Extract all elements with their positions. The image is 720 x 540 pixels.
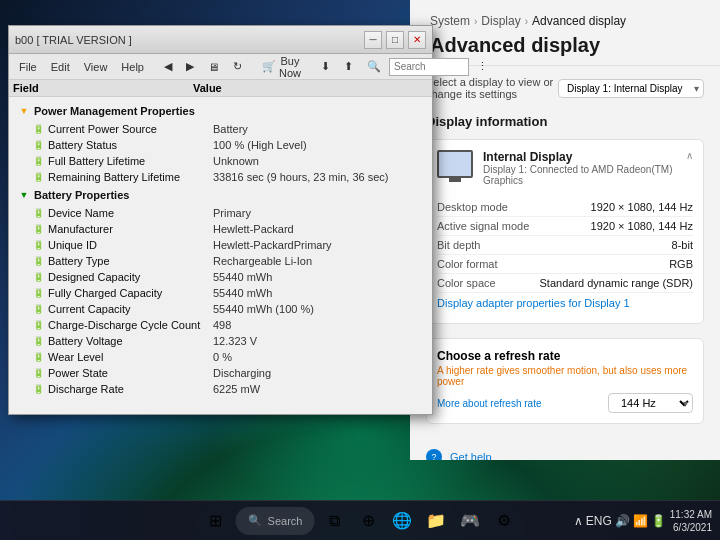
get-help-item[interactable]: ? Get help [426,444,704,460]
refresh-rate-selector[interactable]: 144 Hz 120 Hz 60 Hz [608,393,693,413]
chevron-icon[interactable]: ∧ [574,514,583,528]
refresh-dropdown-wrap: 144 Hz 120 Hz 60 Hz [608,393,693,413]
label-desktop-mode: Desktop mode [437,201,508,213]
view-menu[interactable]: View [78,59,114,75]
power-section-icon: ▼ [17,104,31,118]
breadcrumb-display[interactable]: Display [481,14,520,28]
row-unique-id[interactable]: 🔋 Unique ID Hewlett-PackardPrimary [13,237,428,253]
value-fully-charged: 55440 mWh [213,287,424,299]
maximize-button[interactable]: □ [386,31,404,49]
upload-button[interactable]: ⬆ [338,58,359,75]
row-remaining-lifetime[interactable]: 🔋 Remaining Battery Lifetime 33816 sec (… [13,169,428,185]
display-selector[interactable]: Display 1: Internal Display [558,79,704,98]
field-unique-id: Unique ID [48,239,213,251]
search-toolbar-button[interactable]: 🔍 [361,58,387,75]
game-icon[interactable]: 🎮 [456,507,484,535]
language-indicator[interactable]: ENG [586,514,612,528]
row-full-lifetime[interactable]: 🔋 Full Battery Lifetime Unknown [13,153,428,169]
clock[interactable]: 11:32 AM 6/3/2021 [670,508,712,534]
back-button[interactable]: ◀ [158,58,178,75]
row-wear-level[interactable]: 🔋 Wear Level 0 % [13,349,428,365]
breadcrumb-system[interactable]: System [430,14,470,28]
value-remaining-lifetime: 33816 sec (9 hours, 23 min, 36 sec) [213,171,424,183]
field-power-state: Power State [48,367,213,379]
battery-tray-icon[interactable]: 🔋 [651,514,666,528]
system-tray: ∧ ENG 🔊 📶 🔋 [574,514,666,528]
row-cycle-count[interactable]: 🔋 Charge-Discharge Cycle Count 498 [13,317,428,333]
window-title: b00 [ TRIAL VERSION ] [15,34,360,46]
tree-panel[interactable]: ▼ Power Management Properties 🔋 Current … [9,97,432,431]
field-discharge-rate: Discharge Rate [48,383,213,395]
edge-icon[interactable]: 🌐 [388,507,416,535]
download-button[interactable]: ⬇ [315,58,336,75]
wifi-icon[interactable]: 📶 [633,514,648,528]
buy-now-button[interactable]: 🛒 Buy Now [256,53,307,81]
row-current-capacity[interactable]: 🔋 Current Capacity 55440 mWh (100 %) [13,301,428,317]
refresh-button[interactable]: ↻ [227,58,248,75]
value-current-capacity: 55440 mWh (100 %) [213,303,424,315]
row-battery-status[interactable]: 🔋 Battery Status 100 % (High Level) [13,137,428,153]
display-select-row: Select a display to view or change its s… [426,76,704,100]
start-button[interactable]: ⊞ [202,507,230,535]
battery-icon-6: 🔋 [31,222,45,236]
refresh-row: More about refresh rate 144 Hz 120 Hz 60… [437,393,693,413]
settings-icon[interactable]: ⚙ [490,507,518,535]
expand-icon[interactable]: ∧ [686,150,693,161]
row-current-power[interactable]: 🔋 Current Power Source Battery [13,121,428,137]
row-manufacturer[interactable]: 🔋 Manufacturer Hewlett-Packard [13,221,428,237]
search-input[interactable] [389,58,469,76]
value-power-state: Discharging [213,367,424,379]
row-designed-capacity[interactable]: 🔋 Designed Capacity 55440 mWh [13,269,428,285]
battery-icon-14: 🔋 [31,350,45,364]
label-signal-mode: Active signal mode [437,220,529,232]
display-card-header: Internal Display Display 1: Connected to… [437,150,693,186]
row-voltage[interactable]: 🔋 Battery Voltage 12.323 V [13,333,428,349]
search-icon: 🔍 [248,514,262,527]
refresh-section: Choose a refresh rate A higher rate give… [426,338,704,424]
explorer-icon[interactable]: 📁 [422,507,450,535]
row-device-name[interactable]: 🔋 Device Name Primary [13,205,428,221]
value-battery-status: 100 % (High Level) [213,139,424,151]
taskbar-search-bar[interactable]: 🔍 Search [236,507,315,535]
battery-icon-11: 🔋 [31,302,45,316]
field-wear-level: Wear Level [48,351,213,363]
minimize-button[interactable]: ─ [364,31,382,49]
field-battery-status: Battery Status [48,139,213,151]
section-battery[interactable]: ▼ Battery Properties [13,185,428,205]
battery-icon-16: 🔋 [31,382,45,396]
row-fully-charged[interactable]: 🔋 Fully Charged Capacity 55440 mWh [13,285,428,301]
monitor-icon [437,150,473,178]
row-power-state[interactable]: 🔋 Power State Discharging [13,365,428,381]
volume-icon[interactable]: 🔊 [615,514,630,528]
task-view-button[interactable]: ⧉ [320,507,348,535]
battery-icon-15: 🔋 [31,366,45,380]
edit-menu[interactable]: Edit [45,59,76,75]
value-wear-level: 0 % [213,351,424,363]
field-manufacturer: Manufacturer [48,223,213,235]
label-color-format: Color format [437,258,498,270]
help-section: ? Get help ✎ Give feedback [426,438,704,460]
field-remaining-lifetime: Remaining Battery Lifetime [48,171,213,183]
taskbar-right: ∧ ENG 🔊 📶 🔋 11:32 AM 6/3/2021 [574,508,720,534]
more-refresh-link[interactable]: More about refresh rate [437,398,542,409]
select-label: Select a display to view or change its s… [426,76,558,100]
section-power[interactable]: ▼ Power Management Properties [13,101,428,121]
more-button[interactable]: ⋮ [471,58,494,75]
row-battery-type[interactable]: 🔋 Battery Type Rechargeable Li-Ion [13,253,428,269]
search-box [389,58,469,76]
battery-icon-4: 🔋 [31,170,45,184]
row-discharge-rate[interactable]: 🔋 Discharge Rate 6225 mW [13,381,428,397]
file-menu[interactable]: File [13,59,43,75]
window-titlebar: b00 [ TRIAL VERSION ] ─ □ ✕ [9,26,432,54]
help-menu[interactable]: Help [115,59,150,75]
breadcrumb-sep-2: › [525,16,528,27]
up-button[interactable]: 🖥 [202,59,225,75]
taskbar-center: ⊞ 🔍 Search ⧉ ⊕ 🌐 📁 🎮 ⚙ [202,507,519,535]
adapter-properties-link[interactable]: Display adapter properties for Display 1 [437,293,693,313]
refresh-subtitle: A higher rate gives smoother motion, but… [437,365,693,387]
widgets-button[interactable]: ⊕ [354,507,382,535]
value-device-name: Primary [213,207,424,219]
forward-button[interactable]: ▶ [180,58,200,75]
close-button[interactable]: ✕ [408,31,426,49]
display-dropdown-wrap: Display 1: Internal Display [558,79,704,98]
